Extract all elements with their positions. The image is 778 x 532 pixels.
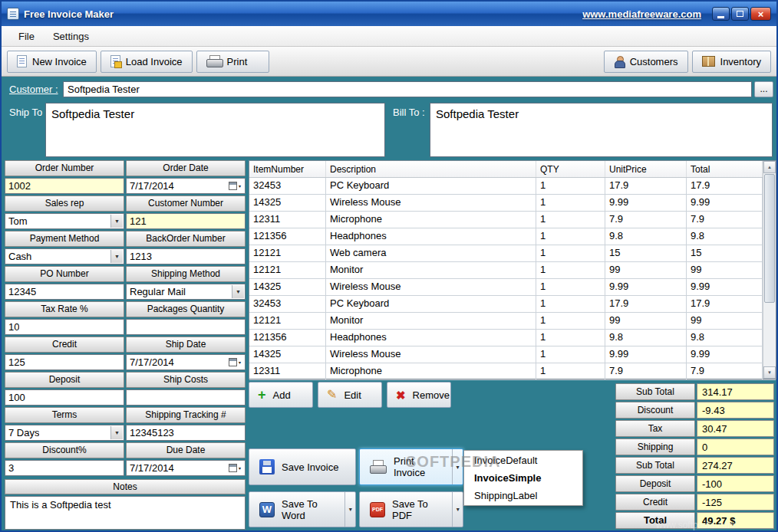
- remove-x-icon: ✖: [396, 389, 406, 401]
- payment-method-dropdown-arrow-icon[interactable]: ▼: [110, 250, 123, 263]
- table-row[interactable]: 14325Wireless Mouse19.999.99: [249, 346, 776, 363]
- inventory-button[interactable]: Inventory: [692, 51, 771, 73]
- customers-button[interactable]: Customers: [604, 51, 688, 73]
- close-button[interactable]: ×: [750, 7, 771, 21]
- remove-button[interactable]: ✖ Remove: [387, 382, 451, 408]
- terms-dropdown-arrow-icon[interactable]: ▼: [110, 426, 123, 439]
- field-sales-rep-value: Tom: [8, 215, 28, 227]
- field-customer-number-label: Customer Number: [126, 195, 246, 212]
- field-order-number-input[interactable]: 1002: [5, 178, 124, 194]
- field-order-date-input[interactable]: 7/17/2014▾: [126, 178, 246, 194]
- print-menu-item-invoicesimple[interactable]: InvoiceSimple: [464, 469, 582, 487]
- table-header: ItemNumberDescriptionQTYUnitPriceTotal: [249, 161, 776, 178]
- field-tax-rate: Tax Rate %10: [5, 301, 124, 335]
- add-button[interactable]: + Add: [249, 382, 313, 408]
- field-ship-costs: Ship Costs: [126, 372, 246, 406]
- summary-row-1: Discount-9.43: [615, 402, 774, 419]
- table-scrollbar[interactable]: ▲ ▼: [763, 161, 776, 379]
- field-sales-rep-input[interactable]: Tom▼: [5, 213, 124, 229]
- field-ship-costs-input[interactable]: [126, 389, 246, 406]
- scrollbar-thumb[interactable]: [764, 174, 775, 303]
- scroll-down-icon[interactable]: ▼: [763, 366, 776, 379]
- save-pdf-dropdown-arrow-icon[interactable]: ▾: [452, 492, 463, 527]
- field-deposit-label: Deposit: [5, 372, 124, 388]
- menu-settings[interactable]: Settings: [44, 28, 98, 45]
- column-header-total[interactable]: Total: [687, 161, 763, 177]
- summary-row-0: Sub Total314.17: [615, 383, 774, 400]
- column-header-unitprice[interactable]: UnitPrice: [605, 161, 687, 177]
- table-row[interactable]: 32453PC Keyboard117.917.9: [249, 296, 776, 313]
- field-discount-pct-label: Discount%: [5, 442, 124, 458]
- minimize-button[interactable]: [712, 7, 730, 21]
- edit-label: Edit: [344, 389, 361, 401]
- field-po-number-input[interactable]: 12345: [5, 284, 124, 300]
- maximize-button[interactable]: [731, 7, 749, 21]
- order-date-caret-icon: ▾: [239, 183, 241, 189]
- field-shipping-tracking-value: 12345123: [130, 427, 174, 438]
- scroll-up-icon[interactable]: ▲: [763, 161, 776, 173]
- field-packages-quantity-input[interactable]: [126, 319, 246, 335]
- field-due-date-input[interactable]: 7/17/2014▾: [126, 460, 246, 476]
- load-invoice-button[interactable]: Load Invoice: [101, 51, 193, 73]
- window-title: Free Invoice Maker: [24, 8, 114, 20]
- table-row[interactable]: 12121Monitor19999: [249, 313, 776, 330]
- save-word-dropdown-arrow-icon[interactable]: ▾: [344, 492, 355, 527]
- order-date-datepicker-icon[interactable]: ▾: [226, 180, 243, 192]
- edit-pencil-icon: ✎: [327, 389, 337, 401]
- notes-textarea[interactable]: This is a Softpedia test: [5, 496, 246, 530]
- field-payment-method-input[interactable]: Cash▼: [5, 248, 124, 264]
- column-header-itemnumber[interactable]: ItemNumber: [249, 161, 326, 177]
- table-row[interactable]: 12311Microphone17.97.9: [249, 363, 776, 380]
- field-shipping-method-input[interactable]: Regular Mail▼: [126, 284, 246, 300]
- bill-to-textarea[interactable]: Softpedia Tester: [430, 103, 773, 157]
- shipping-method-dropdown-arrow-icon[interactable]: ▼: [232, 285, 244, 298]
- customer-input[interactable]: Softpedia Tester: [63, 81, 752, 97]
- field-credit-label: Credit: [5, 337, 124, 353]
- due-date-datepicker-icon[interactable]: ▾: [226, 462, 243, 474]
- field-deposit-input[interactable]: 100: [5, 389, 124, 406]
- edit-button[interactable]: ✎ Edit: [318, 382, 382, 408]
- field-due-date: Due Date7/17/2014▾: [126, 442, 246, 476]
- field-customer-number-input[interactable]: 121: [126, 213, 246, 229]
- field-customer-number: Customer Number121: [126, 195, 246, 229]
- save-to-word-button[interactable]: W Save To Word ▾: [249, 491, 356, 527]
- ship-date-datepicker-icon[interactable]: ▾: [226, 356, 243, 368]
- new-invoice-button[interactable]: New Invoice: [7, 51, 97, 73]
- field-backorder-number-input[interactable]: 1213: [126, 248, 246, 264]
- print-menu-item-shippinglabel[interactable]: ShippingLabel: [464, 487, 582, 504]
- table-row[interactable]: 12121Web camera11515: [249, 245, 776, 262]
- menu-file[interactable]: File: [9, 28, 44, 45]
- field-tax-rate-input[interactable]: 10: [5, 319, 124, 335]
- print-menu-item-invoicedefault[interactable]: InvoiceDefault: [464, 452, 582, 469]
- save-invoice-button[interactable]: Save Invoice: [249, 448, 356, 485]
- print-invoice-button[interactable]: Print Invoice ▾: [359, 448, 463, 485]
- table-row[interactable]: 32453PC Keyboard117.917.9: [249, 178, 776, 195]
- table-row[interactable]: 14325Wireless Mouse19.999.99: [249, 195, 776, 212]
- field-shipping-tracking-input[interactable]: 12345123: [126, 425, 246, 441]
- print-invoice-dropdown-arrow-icon[interactable]: ▾: [452, 449, 463, 484]
- table-row[interactable]: 121356Headphones19.89.8: [249, 330, 776, 346]
- print-button[interactable]: Print: [196, 51, 270, 73]
- ship-to-textarea[interactable]: Softpedia Tester: [45, 103, 385, 157]
- column-header-description[interactable]: Description: [326, 161, 536, 177]
- table-row[interactable]: 12311Microphone17.97.9: [249, 212, 776, 228]
- table-row[interactable]: 121356Headphones19.89.8: [249, 228, 776, 245]
- summary-row-6: Credit-125: [615, 494, 774, 511]
- save-to-pdf-button[interactable]: PDF Save To PDF ▾: [359, 491, 463, 527]
- sales-rep-dropdown-arrow-icon[interactable]: ▼: [110, 215, 123, 228]
- table-row[interactable]: 14325Wireless Mouse19.999.99: [249, 279, 776, 296]
- field-po-number-value: 12345: [8, 286, 36, 297]
- table-cell: 17.9: [687, 296, 763, 312]
- field-terms-input[interactable]: 7 Days▼: [5, 425, 124, 441]
- field-shipping-method-value: Regular Mail: [130, 286, 186, 297]
- table-cell: 121356: [249, 228, 326, 245]
- website-link[interactable]: www.mediafreeware.com: [582, 8, 701, 20]
- field-discount-pct-input[interactable]: 3: [5, 460, 124, 476]
- customer-browse-button[interactable]: ...: [754, 81, 773, 97]
- table-cell: 1: [536, 346, 605, 363]
- table-row[interactable]: 12121Monitor19999: [249, 262, 776, 279]
- column-header-qty[interactable]: QTY: [536, 161, 605, 177]
- table-cell: 99: [605, 313, 687, 329]
- field-ship-date-input[interactable]: 7/17/2014▾: [126, 354, 246, 370]
- field-credit-input[interactable]: 125: [5, 354, 124, 370]
